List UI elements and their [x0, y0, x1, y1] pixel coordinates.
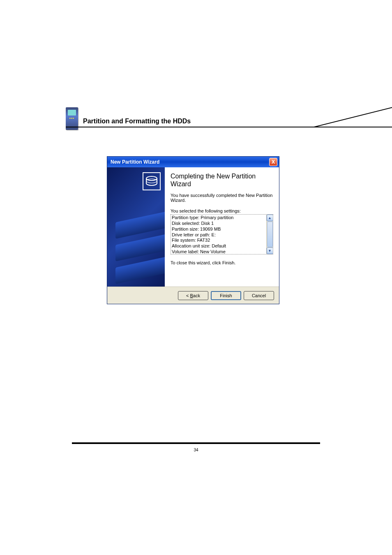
settings-label: You selected the following settings: — [171, 208, 273, 213]
summary-line: Partition size: 19069 MB — [172, 227, 265, 232]
section-title: Partition and Formatting the HDDs — [83, 118, 321, 127]
page-number: 34 — [0, 448, 392, 452]
scrollbar[interactable]: ▲ ▼ — [266, 215, 273, 254]
summary-line: File system: FAT32 — [172, 238, 265, 243]
svg-line-0 — [312, 107, 392, 127]
summary-line: Allocation unit size: Default — [172, 243, 265, 249]
wizard-main-panel: Completing the New Partition Wizard You … — [165, 167, 279, 287]
header-slash-decoration — [312, 107, 392, 127]
wizard-body: Completing the New Partition Wizard You … — [107, 167, 279, 287]
disk-logo-icon — [143, 172, 161, 190]
window-title: New Partition Wizard — [111, 159, 269, 165]
summary-line: Partition type: Primary partition — [172, 215, 265, 221]
wizard-sidebar-graphic — [107, 167, 165, 287]
summary-line: Volume label: New Volume — [172, 249, 265, 255]
settings-summary-box: Partition type: Primary partition Disk s… — [171, 214, 273, 254]
summary-line: Drive letter or path: E: — [172, 232, 265, 238]
scroll-down-icon[interactable]: ▼ — [267, 247, 273, 254]
back-button[interactable]: < Back — [178, 291, 208, 300]
finish-button[interactable]: Finish — [211, 291, 241, 300]
wizard-intro-text: You have successfully completed the New … — [171, 193, 273, 203]
summary-line: Disk selected: Disk 1 — [172, 221, 265, 227]
page-footer-line — [72, 442, 320, 444]
wizard-footer: < Back Finish Cancel — [107, 287, 279, 304]
header-underline — [66, 127, 392, 127]
svg-point-1 — [146, 176, 157, 180]
new-partition-wizard-window: New Partition Wizard X Completing the Ne… — [107, 156, 279, 304]
wizard-heading: Completing the New Partition Wizard — [171, 172, 273, 188]
titlebar[interactable]: New Partition Wizard X — [107, 157, 279, 167]
close-icon[interactable]: X — [269, 158, 277, 166]
cancel-button[interactable]: Cancel — [244, 291, 274, 300]
close-instruction: To close this wizard, click Finish. — [171, 260, 273, 265]
scroll-up-icon[interactable]: ▲ — [267, 215, 273, 221]
scroll-thumb[interactable] — [267, 222, 273, 247]
section-header: Partition and Formatting the HDDs — [66, 103, 321, 127]
